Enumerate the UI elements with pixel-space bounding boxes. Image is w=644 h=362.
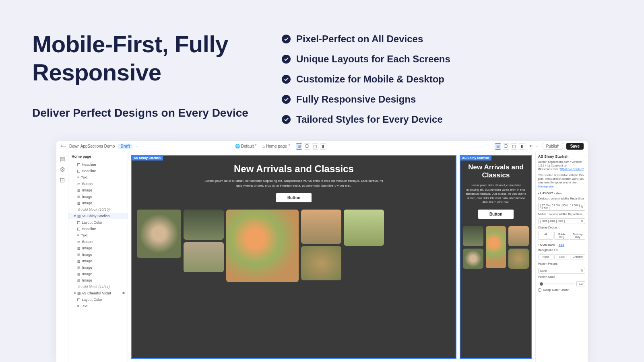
tree-item[interactable]: ▨Image <box>68 187 128 193</box>
pattern-scale-value[interactable]: 10 <box>576 281 585 286</box>
apps-icon[interactable]: ⊡ <box>60 176 65 182</box>
desktop-icon[interactable]: 🖵 <box>503 143 509 150</box>
theme-select[interactable]: 🌐 Default ˅ <box>235 144 257 148</box>
more-icon[interactable]: ⋯ <box>136 144 139 148</box>
tree-item[interactable]: Headline <box>68 161 128 168</box>
add-block[interactable]: ⊕ Add block (10/10) <box>68 206 128 213</box>
publish-button[interactable]: Publish <box>543 143 563 150</box>
tree-item[interactable]: ▨Image <box>68 271 128 277</box>
hero-title: Mobile-First, Fully Responsive <box>32 30 258 86</box>
doc-link[interactable]: doc <box>559 243 564 247</box>
pattern-presets-label: Pattern Presets <box>538 262 585 265</box>
tree-item[interactable]: ≡Text <box>68 303 128 309</box>
save-button[interactable]: Save <box>566 143 584 150</box>
mobile-widths-input[interactable]: | 30% | 40% | 30% |⇅ <box>538 218 585 224</box>
preview-heading: New Arrivals and Classics <box>137 163 451 175</box>
gallery-image[interactable] <box>301 210 341 244</box>
gallery-image[interactable] <box>508 249 529 269</box>
tree-item[interactable]: ≡Text <box>68 232 128 239</box>
tree-item[interactable]: ▨Image <box>68 264 128 271</box>
gallery-image[interactable] <box>184 242 224 272</box>
page-select[interactable]: ⌂ Home page ˅ <box>262 144 290 148</box>
swap-color-label: Swap Color Order <box>543 288 569 292</box>
mobile-preview[interactable]: AS Shiny Starfish New Arrivals and Class… <box>460 155 532 359</box>
gallery-image[interactable] <box>508 226 529 246</box>
check-icon <box>282 35 291 43</box>
device-tab-mobile[interactable]: Mobile Only <box>554 232 570 240</box>
mobile-widths-label: Mobile : column Widths Repartition <box>538 212 585 216</box>
tablet-icon[interactable]: ▢ <box>312 143 318 150</box>
tree-item[interactable]: Layout Color <box>68 296 128 303</box>
feature-list: Pixel-Perfect on All Devices Unique Layo… <box>282 30 612 134</box>
left-rail: ▤ ⚙ ⊡ <box>56 152 68 362</box>
check-icon <box>282 55 291 64</box>
feature-item: Tailored Styles for Every Device <box>296 114 443 125</box>
device-tab-all[interactable]: All <box>538 232 553 240</box>
tree-item[interactable]: ▨Image <box>68 193 128 200</box>
manage-plan-link[interactable]: Manage plan <box>538 185 554 188</box>
tree-item[interactable]: Headline <box>68 226 128 232</box>
swap-color-checkbox[interactable] <box>538 288 541 292</box>
more-icon[interactable]: ⋯ <box>582 154 585 160</box>
tree-item[interactable]: ▭Button <box>68 239 128 245</box>
props-meta: Author: appsections.com / Version: 1.0.3… <box>538 160 585 171</box>
whatis-link[interactable]: What is a Section? <box>560 168 584 171</box>
inspector-icon[interactable]: ⊞ <box>296 143 302 150</box>
settings-icon[interactable]: ⚙ <box>60 166 65 171</box>
mobile-icon[interactable]: ▮ <box>320 143 326 150</box>
gallery-image[interactable] <box>137 210 181 258</box>
add-block[interactable]: ⊕ Add block (11/11) <box>68 284 128 290</box>
site-name: Dawn AppSections Demo <box>69 144 115 148</box>
gallery-image[interactable] <box>463 226 483 246</box>
doc-link[interactable]: doc <box>556 191 561 195</box>
more-icon[interactable]: ⋯ <box>536 144 539 148</box>
tree-item[interactable]: ▨Image <box>68 200 128 206</box>
mobile-icon[interactable]: ▮ <box>519 143 525 150</box>
tree-item[interactable]: ▨Image <box>68 251 128 258</box>
inspector-icon[interactable]: ⊞ <box>495 143 501 150</box>
gallery-image[interactable] <box>344 210 384 246</box>
tree-item[interactable]: Layout Color <box>68 219 128 226</box>
tree-section[interactable]: ▾ ▨ AS Shiny Starfish <box>68 213 128 219</box>
tree-item[interactable]: ▭Button <box>68 181 128 187</box>
editor-window: ⟵ Dawn AppSections Demo Draft ⋯ 🌐 Defaul… <box>56 141 588 362</box>
gallery-image[interactable] <box>463 249 483 269</box>
gallery-image[interactable] <box>301 246 341 280</box>
properties-panel: AS Shiny Starfish⋯ Author: appsections.c… <box>535 152 588 362</box>
device-tab-desktop[interactable]: Desktop Only <box>570 232 585 240</box>
preview-button[interactable]: Button <box>478 210 514 219</box>
tree-item[interactable]: ≡Text <box>68 174 128 181</box>
preview-para: Lorem ipsum dolor sit amet, consectetur … <box>203 179 384 188</box>
preview-button[interactable]: Button <box>276 193 312 202</box>
pattern-scale-label: Pattern Scale <box>538 275 585 279</box>
preview-para: Lorem ipsum dolor sit amet, consectetur … <box>465 183 526 205</box>
desktop-preview[interactable]: AS Shiny Starfish New Arrivals and Class… <box>131 155 456 359</box>
pattern-presets-select[interactable]: None⇅ <box>538 268 585 274</box>
layer-tree: Home page HeadlineHeadline≡Text▭Button▨I… <box>68 152 128 362</box>
props-upgrade: This section is available with the Pro p… <box>538 173 585 188</box>
tree-item[interactable]: Headline <box>68 168 128 174</box>
check-icon <box>282 115 291 124</box>
pattern-scale-slider[interactable] <box>538 284 575 284</box>
desktop-widths-label: Desktop : column Widths Repartition <box>538 197 585 200</box>
status-badge: Draft <box>118 144 132 149</box>
tree-section[interactable]: ▾ ▨ AS Cheerful Violet 👁 <box>68 290 128 296</box>
tablet-icon[interactable]: ▢ <box>511 143 517 150</box>
sections-icon[interactable]: ▤ <box>60 155 65 161</box>
check-icon <box>282 75 291 84</box>
bg-tab-none[interactable]: None <box>538 254 553 259</box>
desktop-icon[interactable]: 🖵 <box>304 143 310 150</box>
gallery-image[interactable] <box>226 210 299 282</box>
bg-tab-solid[interactable]: Solid <box>554 254 570 259</box>
bg-tab-gradient[interactable]: Gradient <box>570 254 585 259</box>
tree-item[interactable]: ▨Image <box>68 277 128 284</box>
hero-subtitle: Deliver Perfect Designs on Every Device <box>32 105 258 121</box>
check-icon <box>282 95 291 104</box>
exit-icon[interactable]: ⟵ <box>60 144 66 148</box>
undo-icon[interactable]: ↶ <box>529 144 533 148</box>
gallery-image[interactable] <box>486 226 506 268</box>
tree-item[interactable]: ▨Image <box>68 245 128 251</box>
tree-item[interactable]: ▨Image <box>68 258 128 264</box>
desktop-widths-input[interactable]: | 17.5% | 17.5% | 30% | 17.5% | 17.5% |⇅ <box>538 203 585 211</box>
gallery-image[interactable] <box>184 210 224 240</box>
